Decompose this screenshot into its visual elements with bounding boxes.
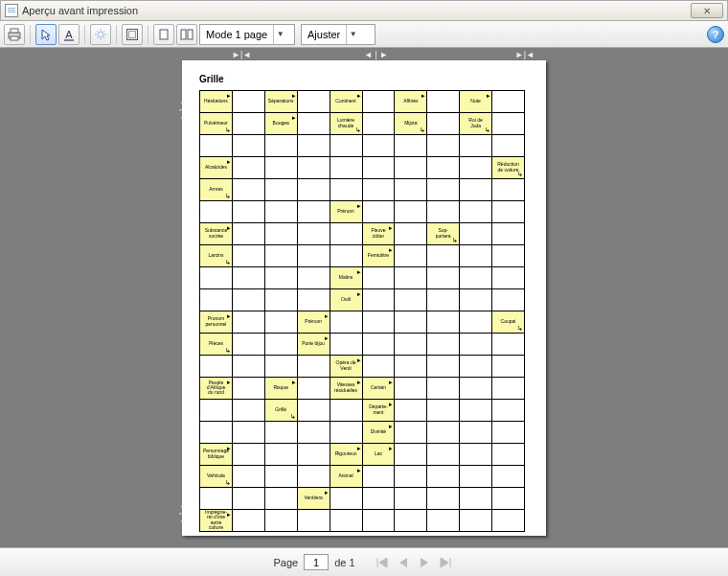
grid-cell (264, 333, 297, 355)
grid-cell (491, 90, 524, 112)
grid-cell (427, 443, 460, 465)
grid-cell (460, 421, 492, 443)
preview-stage[interactable]: ◄ | ► ►|◄ ►|◄ ►|◄ ►|◄ Grille Hésitations… (0, 48, 728, 547)
grid-cell (395, 244, 427, 266)
zoom-select[interactable]: Ajuster ▼ (301, 24, 375, 45)
grid-cell: Mijota↳ (395, 112, 427, 134)
grid-cell (200, 399, 233, 421)
grid-cell (460, 509, 492, 531)
grid-cell (427, 156, 460, 178)
grid-cell (232, 112, 264, 134)
chevron-down-icon: ▼ (346, 25, 359, 44)
grid-cell (395, 288, 427, 311)
grid-cell: Opéra de Verdi▸ (330, 355, 362, 377)
grid-cell (297, 266, 330, 288)
grid-cell (395, 222, 427, 244)
grid-cell (491, 377, 524, 399)
fullscreen-button[interactable] (122, 24, 143, 45)
titlebar: Aperçu avant impression ✕ (0, 0, 728, 21)
page-input[interactable] (304, 554, 329, 570)
print-button[interactable] (4, 24, 25, 45)
page-mode-select[interactable]: Mode 1 page ▼ (199, 24, 295, 45)
grid-cell (330, 333, 362, 355)
next-page-button[interactable] (415, 554, 434, 571)
grid-cell (232, 244, 264, 266)
grid-cell (460, 178, 492, 200)
grid-cell (297, 355, 330, 377)
grid-cell (395, 465, 427, 487)
grid-cell (264, 134, 297, 156)
svg-line-12 (97, 37, 98, 38)
grid-cell (427, 465, 460, 487)
margin-handle-icon[interactable]: ◄ | ► (364, 50, 388, 59)
grid-cell (264, 487, 297, 509)
grid-cell (330, 311, 362, 333)
crossword-grid: Hésitations▸Séparations▸Continent▸Affiné… (199, 90, 525, 532)
single-page-button[interactable] (153, 24, 174, 45)
grid-cell (491, 134, 524, 156)
page-preview: Grille Hésitations▸Séparations▸Continent… (182, 60, 546, 536)
toolbar-separator (30, 25, 31, 44)
grid-cell (491, 266, 524, 288)
grid-cell (362, 288, 395, 311)
grid-cell: Pulvériseur↳ (200, 112, 233, 134)
grid-cell (362, 178, 395, 200)
grid-cell: Certain▸ (362, 377, 395, 399)
close-button[interactable]: ✕ (691, 3, 723, 18)
grid-cell: Véhicule↳ (200, 465, 233, 487)
grid-cell (460, 222, 492, 244)
grid-cell (491, 487, 524, 509)
grid-cell (427, 311, 460, 333)
toolbar-separator (148, 25, 148, 44)
grid-cell (460, 134, 492, 156)
first-page-button[interactable] (373, 554, 392, 571)
grid-cell (264, 288, 297, 311)
grid-cell (460, 355, 492, 377)
grid-cell: Rigoureux▸ (330, 443, 362, 465)
grid-cell: Départe- ment▸ (362, 399, 395, 421)
margin-handle-icon[interactable]: ►|◄ (515, 50, 535, 59)
grid-cell (264, 156, 297, 178)
grid-cell (362, 266, 395, 288)
grid-cell: Sup- portera↳ (427, 222, 460, 244)
toolbar-separator (84, 25, 85, 44)
grid-cell (362, 156, 395, 178)
grid-cell (491, 509, 524, 531)
toolbar-separator (116, 25, 117, 44)
grid-cell (491, 465, 524, 487)
multi-page-button[interactable] (176, 24, 197, 45)
grid-cell (200, 266, 233, 288)
grid-cell (491, 288, 524, 311)
grid-cell (232, 288, 264, 311)
grid-cell: Femtolitre▸ (362, 244, 395, 266)
grid-cell (264, 244, 297, 266)
grid-cell (460, 377, 492, 399)
grid-cell (427, 487, 460, 509)
grid-cell (460, 333, 492, 355)
grid-cell (427, 355, 460, 377)
grid-cell (264, 443, 297, 465)
pan-tool-button[interactable]: A (58, 24, 80, 45)
grid-cell (297, 465, 330, 487)
grid-cell: Divinité▸ (362, 421, 395, 443)
grid-cell (491, 200, 524, 222)
grid-cell (297, 112, 330, 134)
grid-cell (232, 377, 264, 399)
grid-cell: Note▸ (460, 90, 492, 112)
status-bar: Page de 1 (0, 547, 728, 576)
cursor-tool-button[interactable] (35, 24, 57, 45)
grid-cell (395, 311, 427, 333)
help-button[interactable]: ? (707, 26, 724, 43)
grid-cell: Porte bijou▸ (297, 333, 330, 355)
grid-cell (200, 288, 233, 311)
grid-cell (297, 222, 330, 244)
grid-cell (264, 178, 297, 200)
grid-cell (491, 222, 524, 244)
prev-page-button[interactable] (394, 554, 413, 571)
grid-cell (362, 487, 395, 509)
sun-button[interactable] (90, 24, 111, 45)
last-page-button[interactable] (436, 554, 455, 571)
grid-cell: Hésitations▸ (200, 90, 233, 112)
margin-handle-icon[interactable]: ►|◄ (232, 50, 251, 59)
grid-cell: Alcaloïdes▸ (200, 156, 233, 178)
